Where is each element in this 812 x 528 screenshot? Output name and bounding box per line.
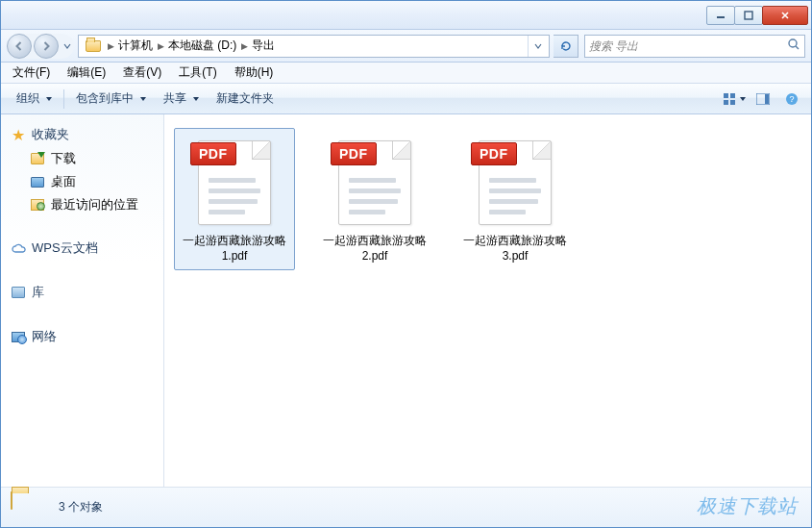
include-in-library-button[interactable]: 包含到库中 (68, 87, 154, 111)
breadcrumb-drive[interactable]: 本地磁盘 (D:) (165, 36, 239, 57)
sidebar-recent[interactable]: 最近访问的位置 (1, 193, 163, 216)
close-button[interactable] (762, 6, 808, 25)
svg-rect-8 (765, 94, 769, 104)
sidebar-item-label: 网络 (32, 328, 57, 345)
file-label: 一起游西藏旅游攻略 1.pdf (179, 233, 290, 264)
sidebar-group-network: 网络 (1, 324, 163, 349)
preview-pane-icon (756, 93, 770, 105)
file-label: 一起游西藏旅游攻略 3.pdf (459, 233, 571, 264)
address-right-controls (528, 36, 547, 57)
help-icon: ? (785, 92, 799, 106)
status-folder-icon (11, 492, 49, 523)
toolbar-right: ? (723, 88, 803, 110)
maximize-button[interactable] (734, 6, 763, 25)
preview-pane-button[interactable] (751, 88, 775, 110)
search-icon (787, 38, 800, 55)
pdf-badge: PDF (471, 142, 517, 165)
menu-tools[interactable]: 工具(T) (171, 63, 224, 83)
chevron-down-icon (63, 42, 71, 50)
svg-rect-5 (724, 100, 728, 105)
crumb-separator-icon: ▶ (156, 41, 165, 51)
sidebar-wps-cloud[interactable]: WPS云文档 (1, 236, 163, 261)
close-icon (780, 11, 790, 20)
sidebar-downloads[interactable]: 下载 (1, 147, 163, 170)
search-input[interactable] (589, 39, 787, 53)
statusbar: 3 个对象 (1, 487, 811, 527)
window-controls (707, 6, 809, 25)
star-icon: ★ (11, 127, 26, 142)
libraries-icon (11, 285, 26, 300)
sidebar-network[interactable]: 网络 (1, 324, 163, 349)
cloud-icon (11, 240, 26, 256)
recent-places-icon (30, 197, 45, 213)
crumb-separator-icon: ▶ (239, 41, 249, 51)
new-folder-button[interactable]: 新建文件夹 (209, 87, 282, 111)
sidebar-item-label: 下载 (51, 150, 76, 167)
history-dropdown[interactable] (61, 34, 74, 59)
file-item[interactable]: PDF 一起游西藏旅游攻略 1.pdf (174, 128, 295, 270)
menu-edit[interactable]: 编辑(E) (60, 63, 113, 83)
folder-icon (85, 38, 102, 55)
menu-file[interactable]: 文件(F) (5, 63, 58, 83)
svg-rect-1 (745, 12, 752, 19)
menu-view[interactable]: 查看(V) (115, 63, 169, 83)
minimize-icon (716, 11, 726, 20)
minimize-button[interactable] (706, 6, 735, 25)
svg-rect-4 (730, 93, 735, 98)
pdf-thumbnail-icon: PDF (188, 135, 281, 227)
svg-text:?: ? (789, 94, 794, 104)
desktop-icon (30, 174, 45, 189)
pdf-badge: PDF (331, 142, 377, 165)
file-pane[interactable]: PDF 一起游西藏旅游攻略 1.pdf PDF 一起游西藏旅游攻略 2.pdf … (164, 114, 811, 487)
back-button[interactable] (7, 34, 32, 59)
explorer-window: ▶ 计算机 ▶ 本地磁盘 (D:) ▶ 导出 文件 (0, 0, 812, 528)
sidebar-item-label: 桌面 (51, 173, 76, 190)
search-box[interactable] (584, 35, 805, 58)
pdf-thumbnail-icon: PDF (469, 135, 561, 227)
refresh-icon (559, 39, 573, 53)
sidebar-group-favorites: ★ 收藏夹 下载 桌面 最近访问的位置 (1, 122, 163, 216)
refresh-button[interactable] (554, 35, 578, 58)
breadcrumb-folder[interactable]: 导出 (249, 36, 278, 57)
toolbar-separator (63, 89, 64, 109)
pdf-badge: PDF (190, 142, 236, 165)
organize-button[interactable]: 组织 (9, 87, 60, 111)
view-mode-button[interactable] (723, 88, 746, 110)
svg-rect-6 (730, 100, 735, 105)
body: ★ 收藏夹 下载 桌面 最近访问的位置 (1, 114, 811, 487)
forward-button[interactable] (34, 34, 59, 59)
file-item[interactable]: PDF 一起游西藏旅游攻略 3.pdf (455, 128, 576, 270)
sidebar-group-libraries: 库 (1, 280, 163, 305)
svg-rect-3 (724, 93, 728, 98)
maximize-icon (744, 11, 753, 20)
file-label: 一起游西藏旅游攻略 2.pdf (319, 233, 431, 264)
sidebar-item-label: 最近访问的位置 (51, 196, 138, 214)
sidebar: ★ 收藏夹 下载 桌面 最近访问的位置 (1, 114, 164, 487)
forward-arrow-icon (40, 40, 52, 52)
address-dropdown[interactable] (528, 36, 547, 57)
navbar: ▶ 计算机 ▶ 本地磁盘 (D:) ▶ 导出 (1, 30, 811, 63)
sidebar-libraries[interactable]: 库 (1, 280, 163, 305)
file-item[interactable]: PDF 一起游西藏旅游攻略 2.pdf (314, 128, 435, 270)
menubar: 文件(F) 编辑(E) 查看(V) 工具(T) 帮助(H) (1, 63, 811, 84)
status-text: 3 个对象 (59, 499, 103, 515)
network-icon (11, 329, 26, 344)
help-button[interactable]: ? (780, 88, 803, 110)
pdf-thumbnail-icon: PDF (329, 135, 421, 227)
download-folder-icon (30, 151, 45, 166)
menu-help[interactable]: 帮助(H) (227, 63, 282, 83)
sidebar-item-label: 收藏夹 (32, 126, 69, 143)
svg-rect-0 (717, 16, 725, 18)
sidebar-item-label: WPS云文档 (32, 239, 98, 257)
share-button[interactable]: 共享 (156, 87, 207, 111)
toolbar: 组织 包含到库中 共享 新建文件夹 ? (1, 84, 811, 114)
sidebar-favorites[interactable]: ★ 收藏夹 (1, 122, 163, 147)
sidebar-item-label: 库 (32, 284, 44, 301)
sidebar-group-wps: WPS云文档 (1, 236, 163, 261)
sidebar-desktop[interactable]: 桌面 (1, 170, 163, 193)
breadcrumb-computer[interactable]: 计算机 (115, 36, 156, 57)
nav-history-buttons (7, 34, 74, 59)
view-icons-icon (724, 93, 737, 105)
address-bar[interactable]: ▶ 计算机 ▶ 本地磁盘 (D:) ▶ 导出 (78, 35, 550, 58)
crumb-separator-icon: ▶ (106, 41, 115, 51)
